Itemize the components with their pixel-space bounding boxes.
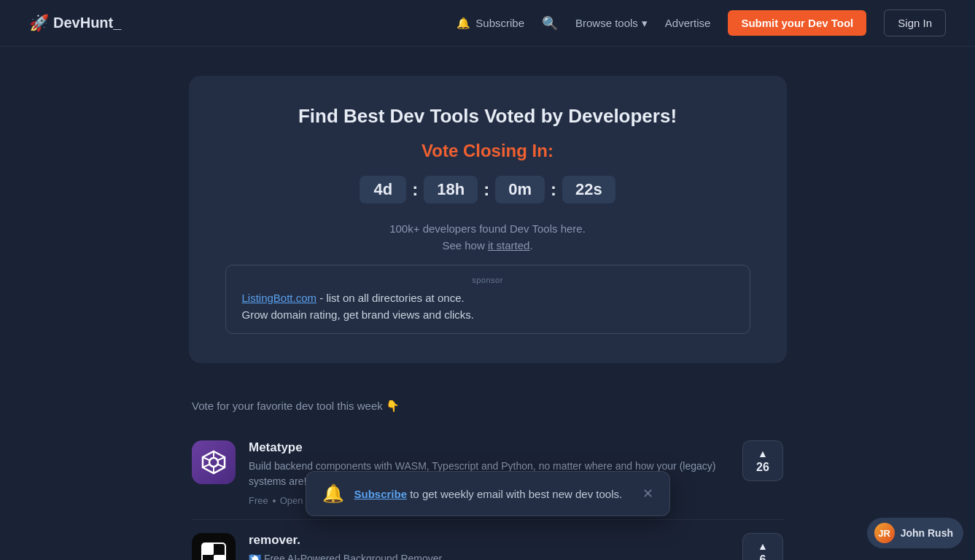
countdown-minutes: 0m: [495, 176, 545, 203]
nav-right: 🔔 Subscribe 🔍 Browse tools ▾ Advertise S…: [457, 9, 946, 36]
toast-close-button[interactable]: ✕: [642, 486, 653, 502]
vote-count-metatype: 26: [756, 461, 769, 474]
vote-button-metatype[interactable]: ▲ 26: [742, 440, 783, 481]
svg-line-4: [203, 457, 209, 460]
sponsor-box: sponsor ListingBott.com - list on all di…: [225, 265, 750, 334]
countdown-days: 4d: [360, 176, 406, 203]
vote-button-remover[interactable]: ▲ 6: [742, 533, 783, 560]
hero-subtext: 100k+ developers found Dev Tools here.: [225, 222, 750, 235]
countdown-hours: 18h: [424, 176, 478, 203]
countdown-timer: 4d : 18h : 0m : 22s: [225, 176, 750, 203]
signin-button[interactable]: Sign In: [884, 9, 946, 36]
sponsor-text: ListingBott.com - list on all directorie…: [242, 290, 734, 323]
svg-point-1: [209, 458, 218, 467]
tool-item-remover: remover. 🇦🇶 Free AI-Powered Background R…: [192, 520, 783, 560]
subscribe-toast: 🔔 Subscribe to get weekly email with bes…: [306, 471, 670, 516]
hero-section: Find Best Dev Tools Voted by Developers!…: [0, 47, 975, 385]
dot-1: [273, 499, 276, 502]
upvote-arrow-remover: ▲: [758, 540, 768, 552]
countdown-sep-3: :: [551, 179, 556, 200]
countdown-seconds: 22s: [562, 176, 615, 203]
submit-tool-button[interactable]: Submit your Dev Tool: [728, 10, 866, 36]
tool-name-metatype[interactable]: Metatype: [249, 440, 729, 455]
toast-text-rest: to get weekly email with best new dev to…: [410, 488, 622, 500]
bell-icon: 🔔: [457, 17, 470, 30]
toast-bell-icon: 🔔: [322, 483, 344, 504]
vote-closing-label: Vote Closing In:: [225, 141, 750, 161]
tool-logo-metatype[interactable]: [192, 440, 236, 484]
metatype-svg-icon: [200, 448, 228, 476]
svg-rect-10: [214, 555, 225, 560]
advertise-link[interactable]: Advertise: [665, 17, 711, 29]
sponsor-link[interactable]: ListingBott.com: [242, 292, 317, 304]
countdown-sep-2: :: [483, 179, 489, 200]
vote-prompt: Vote for your favorite dev tool this wee…: [192, 400, 783, 413]
browse-label: Browse tools: [575, 17, 638, 29]
search-icon[interactable]: 🔍: [542, 15, 558, 31]
it-started-link[interactable]: it started: [488, 239, 530, 252]
svg-rect-9: [202, 543, 214, 555]
navbar: 🚀 DevHunt_ 🔔 Subscribe 🔍 Browse tools ▾ …: [0, 0, 975, 47]
toast-subscribe-link[interactable]: Subscribe: [354, 488, 408, 500]
logo[interactable]: 🚀 DevHunt_: [29, 14, 121, 33]
upvote-arrow-metatype: ▲: [758, 448, 768, 459]
subscribe-nav-button[interactable]: 🔔 Subscribe: [457, 17, 524, 30]
tool-name-remover[interactable]: remover.: [249, 533, 729, 548]
sponsor-text-line2: Grow domain rating, get brand views and …: [242, 308, 474, 321]
hero-title: Find Best Dev Tools Voted by Developers!: [225, 105, 750, 128]
hero-see-how: See how it started.: [225, 239, 750, 252]
tool-info-remover: remover. 🇦🇶 Free AI-Powered Background R…: [249, 533, 729, 560]
logo-text: DevHunt_: [53, 15, 121, 31]
avatar: JR: [874, 523, 895, 543]
subscribe-label: Subscribe: [475, 17, 524, 29]
rocket-icon: 🚀: [29, 14, 49, 33]
browse-tools-button[interactable]: Browse tools ▾: [575, 17, 648, 30]
countdown-sep-1: :: [412, 179, 418, 200]
hero-card: Find Best Dev Tools Voted by Developers!…: [189, 76, 787, 363]
tool-logo-remover[interactable]: [192, 533, 236, 560]
sponsor-text-rest: - list on all directories at once.: [316, 292, 465, 304]
remover-svg-icon: [201, 542, 227, 560]
user-badge[interactable]: JR John Rush: [867, 518, 963, 548]
sponsor-label: sponsor: [242, 276, 734, 284]
user-name: John Rush: [901, 527, 953, 539]
svg-line-5: [218, 464, 225, 467]
toast-text: Subscribe to get weekly email with best …: [354, 488, 623, 500]
vote-count-remover: 6: [760, 553, 766, 560]
svg-line-7: [203, 464, 209, 467]
tool-desc-remover: 🇦🇶 Free AI-Powered Background Remover: [249, 551, 729, 560]
svg-line-6: [218, 457, 225, 460]
tag-free: Free: [249, 495, 268, 506]
chevron-down-icon: ▾: [642, 17, 648, 30]
